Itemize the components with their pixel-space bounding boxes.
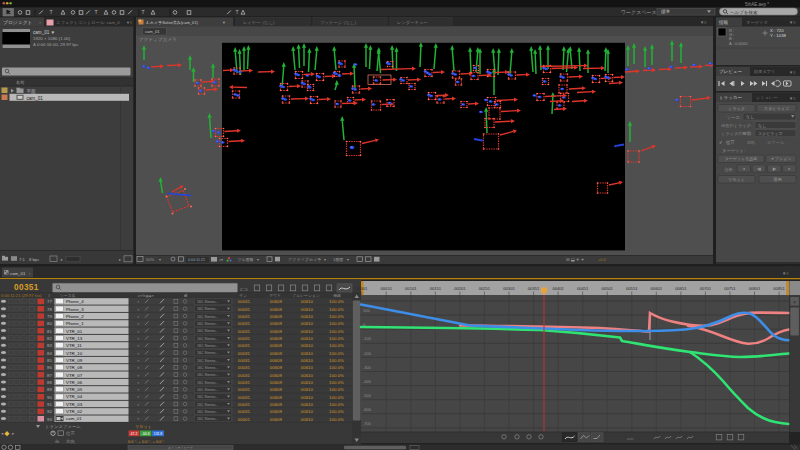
svg-text:ソース:: ソース: bbox=[727, 115, 741, 120]
svg-text:00031: 00031 bbox=[238, 402, 251, 407]
svg-text:×: × bbox=[793, 300, 796, 305]
svg-text:16C Stereo...: 16C Stereo... bbox=[197, 373, 218, 377]
svg-text:00609: 00609 bbox=[270, 307, 283, 312]
svg-text:00031: 00031 bbox=[238, 299, 251, 304]
svg-text:00610: 00610 bbox=[301, 299, 314, 304]
svg-text:00501: 00501 bbox=[602, 286, 614, 291]
svg-text:Phone_2: Phone_2 bbox=[66, 314, 84, 319]
svg-text:-300: -300 bbox=[363, 365, 372, 370]
svg-text:効果＆プリ: 効果＆プリ bbox=[754, 69, 775, 74]
svg-text:16C Stereo...: 16C Stereo... bbox=[197, 395, 218, 399]
svg-text:00451: 00451 bbox=[577, 286, 589, 291]
svg-text:エフェクトコントロール: cam_0: エフェクトコントロール: cam_0 bbox=[56, 20, 120, 25]
svg-text:00609: 00609 bbox=[270, 336, 283, 341]
svg-text:100.0%: 100.0% bbox=[329, 387, 344, 392]
svg-text:00031: 00031 bbox=[238, 336, 251, 341]
svg-text:▼≡: ▼≡ bbox=[700, 20, 707, 25]
svg-text:100.0%: 100.0% bbox=[329, 395, 344, 400]
svg-text:00051: 00051 bbox=[381, 286, 393, 291]
svg-text:0:00:11:21: 0:00:11:21 bbox=[188, 258, 205, 262]
svg-text:適用: 適用 bbox=[773, 177, 781, 182]
svg-text:00610: 00610 bbox=[301, 314, 314, 319]
svg-text:レンダーキュー: レンダーキュー bbox=[397, 20, 428, 25]
svg-text:-400: -400 bbox=[363, 379, 372, 384]
svg-text:回転: 回転 bbox=[747, 140, 756, 145]
svg-text:5thAE.aep *: 5thAE.aep * bbox=[745, 2, 769, 7]
svg-text:00609: 00609 bbox=[270, 365, 283, 370]
svg-text:100.0%: 100.0% bbox=[329, 358, 344, 363]
svg-text:77: 77 bbox=[47, 299, 52, 304]
svg-text:◂▮: ◂▮ bbox=[757, 167, 761, 171]
svg-text:VTR_04: VTR_04 bbox=[66, 394, 83, 399]
svg-text:×: × bbox=[29, 272, 31, 276]
svg-text:89: 89 bbox=[47, 387, 52, 392]
svg-text:♦✦\fx▦◉✏: ♦✦\fx▦◉✏ bbox=[138, 294, 154, 298]
svg-text:VTR_03: VTR_03 bbox=[66, 402, 83, 407]
svg-text:100.0%: 100.0% bbox=[329, 321, 344, 326]
svg-text:100.0%: 100.0% bbox=[329, 329, 344, 334]
svg-text:50%: 50% bbox=[146, 257, 155, 262]
svg-text:伸縮: 伸縮 bbox=[332, 293, 341, 298]
svg-text:Δ 0:00:16:00, 29.97 fps: Δ 0:00:16:00, 29.97 fps bbox=[33, 42, 79, 47]
svg-text:00851: 00851 bbox=[773, 286, 785, 291]
svg-text:100.0%: 100.0% bbox=[329, 336, 344, 341]
svg-text:トランスフォーム: トランスフォーム bbox=[45, 424, 81, 429]
svg-text:7:1: 7:1 bbox=[19, 257, 25, 262]
svg-text:00031: 00031 bbox=[238, 358, 251, 363]
svg-text:4-カメラSolve済み(cam_01): 4-カメラSolve済み(cam_01) bbox=[146, 20, 199, 25]
svg-text:00609: 00609 bbox=[270, 402, 283, 407]
svg-text:00609: 00609 bbox=[270, 387, 283, 392]
svg-text:100.0%: 100.0% bbox=[329, 351, 344, 356]
svg-text:100.0%: 100.0% bbox=[329, 343, 344, 348]
svg-text:スケール: スケール bbox=[767, 140, 785, 145]
svg-text:100.0%: 100.0% bbox=[329, 299, 344, 304]
svg-text:00610: 00610 bbox=[301, 409, 314, 414]
svg-text:131.8: 131.8 bbox=[154, 432, 163, 436]
svg-text:00031: 00031 bbox=[238, 343, 251, 348]
svg-text:親: 親 bbox=[183, 293, 188, 298]
svg-text:16C Stereo...: 16C Stereo... bbox=[197, 359, 218, 363]
svg-text:16C Stereo...: 16C Stereo... bbox=[197, 417, 218, 421]
svg-text:ヘルプを検索: ヘルプを検索 bbox=[730, 10, 758, 15]
svg-text:VTR_13: VTR_13 bbox=[66, 336, 83, 341]
svg-text:スタビライズ: スタビライズ bbox=[764, 106, 790, 111]
svg-text:◂: ◂ bbox=[743, 167, 745, 171]
svg-text:▮▸: ▮▸ bbox=[772, 167, 776, 171]
svg-text:00610: 00610 bbox=[301, 387, 314, 392]
svg-text:1画面: 1画面 bbox=[333, 257, 343, 262]
svg-text:スタビライズ: スタビライズ bbox=[758, 131, 783, 136]
svg-text:00610: 00610 bbox=[301, 351, 314, 356]
svg-text:▱▱: ▱▱ bbox=[627, 436, 634, 441]
svg-text:00751: 00751 bbox=[724, 286, 736, 291]
svg-text:▼: ▼ bbox=[222, 21, 226, 25]
svg-text:100.0%: 100.0% bbox=[329, 307, 344, 312]
svg-text:100.0%: 100.0% bbox=[329, 365, 344, 370]
svg-text:オーディオ: オーディオ bbox=[746, 20, 768, 25]
svg-text:Y : 1038: Y : 1038 bbox=[770, 33, 787, 38]
svg-text:アクティブカメラ: アクティブカメラ bbox=[288, 257, 322, 262]
svg-text:X : 720: X : 720 bbox=[770, 28, 784, 33]
svg-text:00610: 00610 bbox=[301, 321, 314, 326]
svg-text:100: 100 bbox=[363, 308, 370, 313]
svg-text:00609: 00609 bbox=[270, 351, 283, 356]
svg-text:ワークスペース: ワークスペース bbox=[621, 9, 657, 15]
svg-text:00401: 00401 bbox=[552, 286, 564, 291]
svg-text:100.0%: 100.0% bbox=[329, 417, 344, 422]
svg-text:86: 86 bbox=[47, 365, 52, 370]
svg-text:00609: 00609 bbox=[270, 380, 283, 385]
svg-text:90: 90 bbox=[47, 395, 52, 400]
svg-text:00610: 00610 bbox=[301, 358, 314, 363]
svg-text:なし: なし bbox=[746, 114, 755, 119]
svg-text:cam_01: cam_01 bbox=[27, 96, 44, 101]
svg-text:⊞ ⬓ ✛ ✦: ⊞ ⬓ ✛ ✦ bbox=[566, 257, 585, 262]
svg-text:0:00:11:21 (29.97 fps): 0:00:11:21 (29.97 fps) bbox=[1, 293, 42, 298]
svg-text:位置: 位置 bbox=[66, 431, 75, 436]
svg-text:VTR_10: VTR_10 bbox=[66, 351, 83, 356]
svg-text:トラッカー: トラッカー bbox=[719, 95, 742, 100]
svg-text:-64.8: -64.8 bbox=[142, 432, 150, 436]
svg-text:00610: 00610 bbox=[301, 307, 314, 312]
svg-text:-700: -700 bbox=[363, 421, 372, 426]
svg-text:00551: 00551 bbox=[626, 286, 638, 291]
svg-text:87: 87 bbox=[47, 373, 52, 378]
svg-text:ソース名: ソース名 bbox=[60, 293, 76, 298]
